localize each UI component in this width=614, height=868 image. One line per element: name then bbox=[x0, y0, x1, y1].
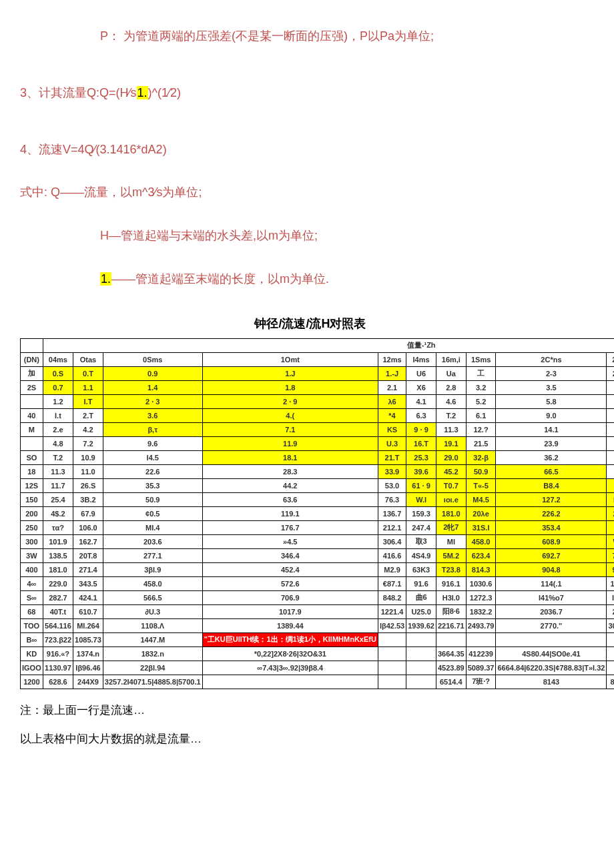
cell: 1108.Λ bbox=[103, 618, 202, 632]
cell: ιοι.e bbox=[436, 492, 466, 506]
cell: 458.0 bbox=[103, 576, 202, 590]
data-table: 值量-¹Zh (DN)04msOtas0Sms1Omt12msI4ms16m,i… bbox=[20, 338, 614, 689]
table-row: 400181.0271.43βI.9452.4M2.963K3T23.8814.… bbox=[21, 562, 615, 576]
cell bbox=[202, 675, 378, 689]
cell: 25.3 bbox=[406, 450, 436, 464]
cell: 76.3 bbox=[378, 492, 406, 506]
cell: M4.5 bbox=[466, 492, 496, 506]
para-q: 3、计其流量Q:Q=(H⁄s1.)^(1⁄2) bbox=[20, 83, 601, 103]
cell: 723.β22 bbox=[43, 632, 73, 646]
cell: 114(.1 bbox=[496, 576, 607, 590]
cell: 6.1 bbox=[466, 408, 496, 422]
table-row: S∞282.7424.1566.5706.9848.2曲6H3I.01272.3… bbox=[21, 590, 615, 604]
cell: 566.5 bbox=[103, 590, 202, 604]
cell: 97.2 bbox=[607, 478, 614, 492]
cell: 6.4 bbox=[607, 394, 614, 408]
cell bbox=[496, 632, 607, 646]
cell: 3B.2 bbox=[73, 492, 103, 506]
cell: 20λe bbox=[466, 506, 496, 520]
table-row: B∞723.β221085.731447.M"工KU巨UIlTH续：1出：绸1读… bbox=[21, 632, 615, 646]
cell: I55S.I bbox=[607, 590, 614, 604]
cell: 7.2 bbox=[73, 436, 103, 450]
cell: 623.4 bbox=[466, 548, 496, 562]
cell: 67.9 bbox=[73, 506, 103, 520]
cell: 2 · 9 bbox=[202, 394, 378, 408]
cell: 21.5 bbox=[466, 436, 496, 450]
cell: B∞ bbox=[21, 632, 43, 646]
cell: 181.0 bbox=[43, 562, 73, 576]
cell bbox=[378, 632, 406, 646]
cell: 212.1 bbox=[378, 520, 406, 534]
cell: 11.0 bbox=[73, 464, 103, 478]
cell: 11.3 bbox=[43, 464, 73, 478]
cell: 24S.· bbox=[607, 506, 614, 520]
table-row: SOT.210.9I4.518.121.T25.329.032-β36.239.… bbox=[21, 450, 615, 464]
cell: 343.5 bbox=[73, 576, 103, 590]
cell: S∞ bbox=[21, 590, 43, 604]
cell: 162.7 bbox=[73, 534, 103, 548]
cell: "工KU巨UIlTH续：1出：绸1读1小，KIlMHMnKxEfU bbox=[202, 632, 378, 646]
cell: 22».3 bbox=[607, 604, 614, 618]
cell: 1.1 bbox=[73, 380, 103, 394]
cell: 628.6 bbox=[43, 675, 73, 689]
cell: 22βI.94 bbox=[103, 661, 202, 675]
cell bbox=[607, 632, 614, 646]
footnote-1: 注：最上面一行是流速… bbox=[20, 703, 601, 718]
cell: 3257.2I4071.5|4885.8|5700.1 bbox=[103, 675, 202, 689]
cell: β,τ bbox=[103, 422, 202, 436]
cell: 5M.2 bbox=[436, 548, 466, 562]
table-row: 40I.t2.T3.64.(*46.3T.26.19.010.01O·9II.6… bbox=[21, 408, 615, 422]
cell: 9.6 bbox=[103, 436, 202, 450]
cell: 176.7 bbox=[202, 520, 378, 534]
cell: 22.6 bbox=[103, 464, 202, 478]
table-wrap: 值量-¹Zh (DN)04msOtas0Sms1Omt12msI4ms16m,i… bbox=[20, 338, 601, 689]
cell: 2S bbox=[21, 380, 43, 394]
cell: U25.0 bbox=[406, 604, 436, 618]
cell: 608.9 bbox=[496, 534, 607, 548]
cell: 814.3 bbox=[466, 562, 496, 576]
cell: 424.1 bbox=[73, 590, 103, 604]
cell: 1030.6 bbox=[466, 576, 496, 590]
cell: 44.2 bbox=[202, 478, 378, 492]
cell: 63.6 bbox=[202, 492, 378, 506]
col-header: (DN) bbox=[21, 352, 43, 366]
col-header: 1Omt bbox=[202, 352, 378, 366]
cell bbox=[406, 646, 436, 661]
cell: 150 bbox=[21, 492, 43, 506]
cell: 4.6 bbox=[436, 394, 466, 408]
cell: 35.3 bbox=[103, 478, 202, 492]
cell: 1200 bbox=[21, 675, 43, 689]
cell: 68 bbox=[21, 604, 43, 618]
cell: 5089.37 bbox=[466, 661, 496, 675]
cell: 4∞ bbox=[21, 576, 43, 590]
cell: 277.1 bbox=[103, 548, 202, 562]
cell: 2.e bbox=[43, 422, 73, 436]
cell: I41%o7 bbox=[496, 590, 607, 604]
cell: M0.0 bbox=[607, 492, 614, 506]
cell bbox=[436, 632, 466, 646]
cell bbox=[607, 661, 614, 675]
cell: 106.0 bbox=[73, 520, 103, 534]
cell: €87.1 bbox=[378, 576, 406, 590]
cell: 6514.4 bbox=[436, 675, 466, 689]
cell: 1.-J bbox=[378, 366, 406, 380]
cell: M2.9 bbox=[378, 562, 406, 576]
cell: 1.4 bbox=[103, 380, 202, 394]
cell: 4.8 bbox=[43, 436, 73, 450]
cell: T.2 bbox=[43, 450, 73, 464]
cell: 36.2 bbox=[496, 450, 607, 464]
col-header: I4ms bbox=[406, 352, 436, 366]
cell: 11.9 bbox=[202, 436, 378, 450]
cell: I.T bbox=[73, 394, 103, 408]
cell: 15.β bbox=[607, 422, 614, 436]
cell: 3βI.9 bbox=[103, 562, 202, 576]
cell: I.t bbox=[43, 408, 73, 422]
cell: MI.264 bbox=[73, 618, 103, 632]
table-row: 6840T.t610.7∂U.31017.91221.4U25.0阳8·6183… bbox=[21, 604, 615, 618]
cell: 271.4 bbox=[73, 562, 103, 576]
table-row: 250τα?106.0MI.4176.7212.1247.42牝731S.I35… bbox=[21, 520, 615, 534]
table-row: 4.87.29.611.9U.316.T19.121.523.926.328.7… bbox=[21, 436, 615, 450]
cell: 31S.I bbox=[466, 520, 496, 534]
cell: 244X9 bbox=[73, 675, 103, 689]
cell: 1374.n bbox=[73, 646, 103, 661]
